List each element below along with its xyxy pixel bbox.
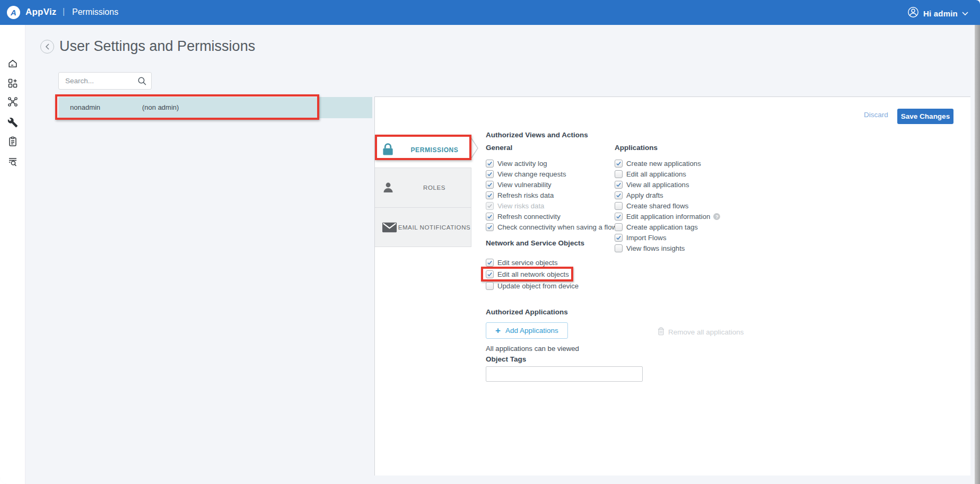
permission-checkbox-row[interactable]: View all applications [615,181,720,189]
checkbox-checked-icon[interactable] [615,160,623,168]
checkbox-checked-icon[interactable] [486,259,494,267]
permission-checkbox-row[interactable]: Edit application information? [615,213,720,221]
add-applications-button[interactable]: + Add Applications [486,322,568,339]
permission-checkbox-row[interactable]: View flows insights [615,244,720,252]
group-title: Applications [615,144,720,152]
checkbox-unchecked-icon[interactable] [615,202,623,210]
appviz-logo-icon[interactable]: A [7,6,20,19]
permission-checkbox-row[interactable]: Create application tags [615,223,720,231]
object-tags-label: Object Tags [486,355,714,363]
permission-checkbox-row[interactable]: View vulnerability [486,181,617,189]
permission-checkbox-row[interactable]: Edit service objects [486,259,584,267]
network-map-icon[interactable] [7,96,18,107]
permission-checkbox-row[interactable]: Refresh risks data [486,191,617,199]
envelope-icon [382,222,398,233]
checkbox-checked-icon[interactable] [486,270,494,278]
permission-label: Edit all network objects [497,270,569,278]
discard-button[interactable]: Discard [864,111,888,119]
applications-icon[interactable] [7,78,18,89]
permission-label: Edit service objects [497,259,558,267]
object-tags-input[interactable] [486,366,643,382]
checkbox-group-applications: ApplicationsCreate new applicationsEdit … [615,144,720,255]
permission-label: View change requests [497,170,566,178]
group-title: Network and Service Objects [486,239,584,247]
user-menu[interactable]: Hi admin [907,6,968,20]
checkbox-unchecked-icon[interactable] [615,223,623,231]
permission-checkbox-row[interactable]: Update object from device [486,282,584,290]
permission-checkbox-row[interactable]: Create new applications [615,160,720,168]
activity-search-icon[interactable] [7,156,18,167]
permission-label: Create shared flows [626,202,688,210]
permission-checkbox-row[interactable]: View change requests [486,170,617,178]
checkbox-checked-icon[interactable] [486,160,494,168]
checkbox-unchecked-icon[interactable] [486,282,494,290]
permission-checkbox-row[interactable]: Check connectivity when saving a flow [486,223,617,231]
tab-roles[interactable]: ROLES [375,168,471,207]
permission-label: Check connectivity when saving a flow [497,223,617,231]
checkbox-checked-icon[interactable] [486,181,494,189]
permissions-panel: PERMISSIONS ROLES EMAIL NOTIFICATIONS [374,96,970,476]
checkbox-checked-icon[interactable] [615,213,623,221]
person-icon [382,181,398,194]
back-button[interactable] [40,40,54,54]
authorized-applications-section: Authorized Applications + Add Applicatio… [486,308,714,382]
user-avatar-icon [907,6,919,20]
checkbox-group-general: GeneralView activity logView change requ… [486,144,617,234]
permission-label: Refresh risks data [497,191,554,199]
permission-label: Edit application information [626,213,710,221]
permission-checkbox-row[interactable]: Edit all applications [615,170,720,178]
authorized-applications-title: Authorized Applications [486,308,714,316]
checkbox-unchecked-icon[interactable] [615,244,623,252]
scrollbar-strip[interactable] [975,25,980,484]
permission-label: View risks data [497,202,544,210]
permission-checkbox-row[interactable]: Create shared flows [615,202,720,210]
permission-label: View vulnerability [497,181,552,189]
tab-email-notifications-label: EMAIL NOTIFICATIONS [398,224,471,231]
permission-label: Edit all applications [626,170,686,178]
permission-checkbox-row[interactable]: View activity log [486,160,617,168]
checkbox-checked-icon[interactable] [615,181,623,189]
checkbox-checked-icon[interactable] [486,191,494,199]
lock-icon [382,143,398,156]
left-sidebar: ⚙ [0,25,25,484]
page-title: User Settings and Permissions [59,38,255,55]
checkbox-checked-icon[interactable] [486,170,494,178]
clipboard-icon[interactable] [7,136,18,147]
greeting-text: Hi admin [923,9,958,18]
user-list-row-selected[interactable]: nonadmin (non admin) [58,97,372,118]
group-title: General [486,144,617,152]
tools-wrench-icon[interactable] [7,117,18,128]
permission-label: View flows insights [626,244,685,252]
tab-permissions-label: PERMISSIONS [398,146,471,154]
home-icon[interactable] [7,58,18,69]
search-icon[interactable] [137,76,147,88]
checkbox-checked-icon[interactable] [615,234,623,242]
remove-all-applications-label: Remove all applications [668,328,744,336]
permission-checkbox-row[interactable]: Edit all network objects [486,270,584,278]
permission-checkbox-row[interactable]: Refresh connectivity [486,213,617,221]
plus-icon: + [495,326,501,335]
checkbox-unchecked-icon[interactable] [615,170,623,178]
permission-label: Create new applications [626,160,701,168]
user-display-name: (non admin) [142,97,179,118]
trash-icon [657,327,665,337]
tab-email-notifications[interactable]: EMAIL NOTIFICATIONS [375,207,471,247]
applications-note: All applications can be viewed [486,345,714,353]
permission-checkbox-row[interactable]: View risks data [486,202,617,210]
permission-label: View activity log [497,160,547,168]
tab-roles-label: ROLES [398,184,471,191]
help-icon[interactable]: ? [713,213,720,220]
save-changes-button[interactable]: Save Changes [897,109,953,124]
permission-label: Apply drafts [626,191,663,199]
current-section-title: Permissions [72,7,118,17]
checkbox-checked-icon[interactable] [486,223,494,231]
checkbox-checked-icon[interactable] [486,213,494,221]
checkbox-checked-icon[interactable] [486,202,494,210]
permission-checkbox-row[interactable]: Import Flows [615,234,720,242]
checkbox-checked-icon[interactable] [615,191,623,199]
brand-separator: | [63,7,65,16]
remove-all-applications-button: Remove all applications [657,327,744,337]
settings-tab-strip: PERMISSIONS ROLES EMAIL NOTIFICATIONS [375,97,471,476]
tab-permissions[interactable]: PERMISSIONS [375,132,471,168]
permission-checkbox-row[interactable]: Apply drafts [615,191,720,199]
